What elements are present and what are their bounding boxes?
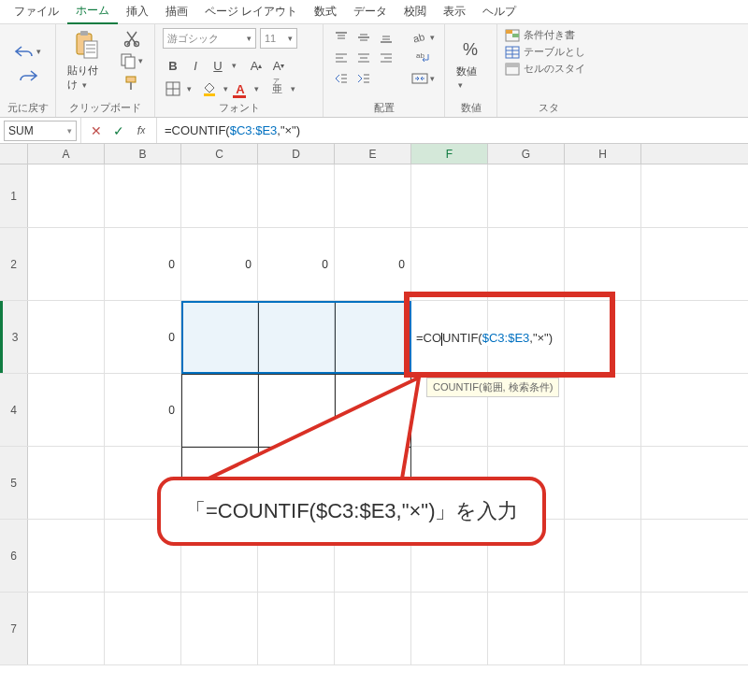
cell-E4[interactable]	[335, 374, 411, 446]
align-bottom-button[interactable]	[376, 28, 396, 47]
cell-D1[interactable]	[258, 164, 335, 227]
cell-F2[interactable]	[411, 228, 488, 300]
cell-B4[interactable]: 0	[105, 374, 181, 446]
cut-button[interactable]	[116, 28, 147, 49]
orientation-button[interactable]: ab▾	[408, 28, 439, 47]
menu-view[interactable]: 表示	[435, 0, 474, 23]
fill-color-button[interactable]	[199, 79, 220, 99]
menu-page-layout[interactable]: ページ レイアウト	[196, 0, 306, 23]
cell-B2[interactable]: 0	[105, 228, 181, 300]
col-header-F[interactable]: F	[411, 144, 488, 164]
menu-data[interactable]: データ	[345, 0, 396, 23]
wrap-text-button[interactable]: ab	[408, 49, 439, 67]
cell-A4[interactable]	[28, 374, 105, 446]
cell-A7[interactable]	[28, 593, 105, 664]
cell-A2[interactable]	[28, 228, 105, 300]
cell-E7[interactable]	[335, 593, 411, 664]
row-header-7[interactable]: 7	[0, 593, 28, 664]
cell-G7[interactable]	[488, 593, 565, 664]
col-header-D[interactable]: D	[258, 144, 335, 164]
col-header-G[interactable]: G	[488, 144, 565, 164]
col-header-C[interactable]: C	[181, 144, 258, 164]
copy-button[interactable]: ▾	[116, 50, 147, 71]
increase-font-button[interactable]: A▴	[246, 55, 266, 76]
cell-H6[interactable]	[565, 520, 641, 592]
cell-G2[interactable]	[488, 228, 565, 300]
cell-B1[interactable]	[105, 164, 181, 227]
cell-H7[interactable]	[565, 593, 641, 664]
row-header-4[interactable]: 4	[0, 374, 28, 446]
cell-A3[interactable]	[28, 301, 105, 373]
row-header-6[interactable]: 6	[0, 520, 28, 592]
col-header-B[interactable]: B	[105, 144, 181, 164]
cell-H1[interactable]	[565, 164, 641, 227]
cell-D3[interactable]	[258, 301, 335, 373]
cell-D7[interactable]	[258, 593, 335, 664]
cancel-button[interactable]: ✕	[85, 121, 108, 141]
cell-E1[interactable]	[335, 164, 411, 227]
cell-B3[interactable]: 0	[105, 301, 181, 373]
enter-button[interactable]: ✓	[108, 121, 130, 141]
border-button[interactable]	[163, 79, 183, 99]
align-center-button[interactable]	[353, 49, 374, 67]
align-top-button[interactable]	[331, 28, 352, 47]
cell-C3[interactable]	[181, 301, 258, 373]
cell-C7[interactable]	[181, 593, 258, 664]
phonetic-button[interactable]: ア亜	[266, 79, 287, 99]
cell-D2[interactable]: 0	[258, 228, 335, 300]
cell-H2[interactable]	[565, 228, 641, 300]
font-size-select[interactable]: 11▾	[260, 28, 297, 49]
cell-C2[interactable]: 0	[181, 228, 258, 300]
cell-H5[interactable]	[565, 447, 641, 519]
font-name-select[interactable]: 游ゴシック▾	[163, 28, 256, 49]
cell-A5[interactable]	[28, 447, 105, 519]
number-format-button[interactable]: % 数値 ▾	[453, 36, 489, 92]
col-header-H[interactable]: H	[565, 144, 641, 164]
insert-function-button[interactable]: fx	[130, 121, 152, 141]
cell-H4[interactable]	[565, 374, 641, 446]
cell-A6[interactable]	[28, 520, 105, 592]
increase-indent-button[interactable]	[353, 69, 374, 88]
menu-help[interactable]: ヘルプ	[474, 0, 525, 23]
redo-button[interactable]	[14, 66, 42, 85]
align-middle-button[interactable]	[353, 28, 374, 47]
row-header-5[interactable]: 5	[0, 447, 28, 519]
cell-D4[interactable]	[258, 374, 335, 446]
decrease-font-button[interactable]: A▾	[268, 55, 289, 76]
menu-draw[interactable]: 描画	[157, 0, 196, 23]
col-header-A[interactable]: A	[28, 144, 105, 164]
menu-file[interactable]: ファイル	[6, 0, 67, 23]
merge-button[interactable]: ▾	[408, 69, 439, 88]
cell-E3[interactable]	[335, 301, 411, 373]
name-box[interactable]: SUM▾	[4, 121, 77, 141]
underline-button[interactable]: U	[208, 55, 228, 76]
cell-E2[interactable]: 0	[335, 228, 411, 300]
formula-input[interactable]: =COUNTIF($C3:$E3,"×")	[157, 123, 748, 137]
cell-C1[interactable]	[181, 164, 258, 227]
cell-B7[interactable]	[105, 593, 181, 664]
menu-review[interactable]: 校閲	[396, 0, 435, 23]
row-header-2[interactable]: 2	[0, 228, 28, 300]
cell-F7[interactable]	[411, 593, 488, 664]
cell-C4[interactable]	[181, 374, 258, 446]
cell-F1[interactable]	[411, 164, 488, 227]
align-right-button[interactable]	[376, 49, 396, 67]
paste-button[interactable]: 貼り付け ▾	[64, 28, 110, 93]
italic-button[interactable]: I	[185, 55, 206, 76]
menu-insert[interactable]: 挿入	[118, 0, 157, 23]
cell-formula-editing[interactable]: =COUNTIF($C3:$E3,"×")	[414, 331, 554, 346]
col-header-E[interactable]: E	[335, 144, 411, 164]
format-painter-button[interactable]	[116, 73, 147, 93]
font-color-button[interactable]: A	[230, 79, 251, 99]
cell-G1[interactable]	[488, 164, 565, 227]
cell-A1[interactable]	[28, 164, 105, 227]
decrease-indent-button[interactable]	[331, 69, 352, 88]
select-all-corner[interactable]	[0, 144, 28, 164]
menu-formulas[interactable]: 数式	[306, 0, 345, 23]
cell-styles-button[interactable]: セルのスタイ	[505, 62, 585, 76]
conditional-format-button[interactable]: 条件付き書	[505, 28, 585, 42]
bold-button[interactable]: B	[163, 55, 183, 76]
cell-H3[interactable]	[565, 301, 641, 373]
row-header-3[interactable]: 3	[0, 301, 28, 373]
format-as-table-button[interactable]: テーブルとし	[505, 45, 585, 59]
